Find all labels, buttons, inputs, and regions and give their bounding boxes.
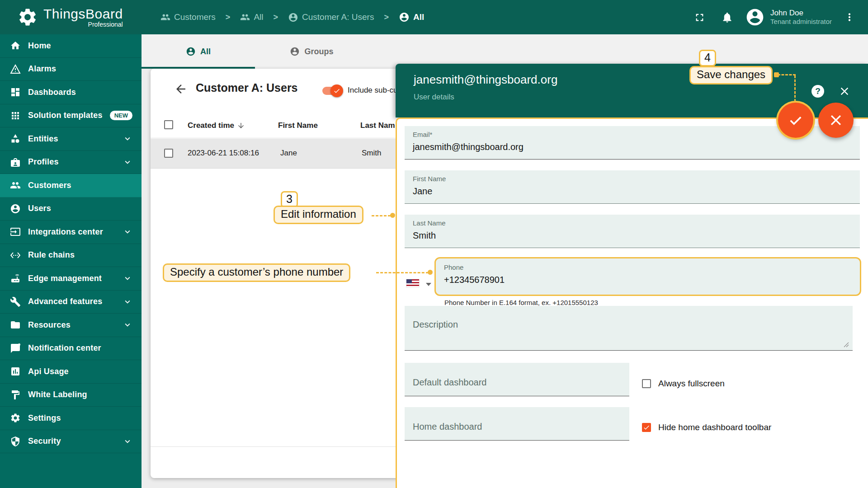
breadcrumb-all-users-current[interactable]: All xyxy=(399,12,424,23)
save-button[interactable] xyxy=(778,103,813,138)
person-icon xyxy=(10,203,21,214)
sidebar-item-profiles[interactable]: Profiles xyxy=(0,151,142,174)
person-icon xyxy=(186,47,196,56)
first-name-value: Jane xyxy=(413,186,853,197)
column-last-name[interactable]: Last Nam xyxy=(360,121,395,130)
sidebar-item-label: Security xyxy=(28,436,61,446)
cancel-button[interactable] xyxy=(818,103,854,138)
first-name-label: First Name xyxy=(413,175,853,183)
last-name-field[interactable]: Last Name Smith xyxy=(405,215,860,248)
sidebar-item-label: White Labeling xyxy=(28,390,87,399)
sidebar-item-solution-templates[interactable]: Solution templates NEW xyxy=(0,104,142,128)
home-icon xyxy=(10,40,21,51)
breadcrumb-separator: > xyxy=(271,13,281,22)
more-vert-icon[interactable] xyxy=(844,11,855,23)
column-label: Created time xyxy=(188,121,234,130)
annotation-connector-dot xyxy=(390,213,395,218)
topbar-actions: John Doe Tenant administrator xyxy=(693,7,868,27)
sidebar-item-edge-management[interactable]: Edge management xyxy=(0,267,142,291)
tab-label: All xyxy=(200,47,211,56)
person-icon xyxy=(399,12,410,23)
person-icon xyxy=(288,12,298,23)
breadcrumb-all-customers[interactable]: All xyxy=(240,12,263,22)
chart-icon xyxy=(10,366,21,377)
phone-field[interactable]: Phone +12345678901 xyxy=(434,257,861,296)
annotation-connector xyxy=(372,215,391,216)
default-dashboard-field[interactable]: Default dashboard xyxy=(405,363,629,396)
sidebar-item-notification-center[interactable]: Notification center xyxy=(0,337,142,361)
sidebar-item-advanced-features[interactable]: Advanced features xyxy=(0,291,142,314)
sidebar-item-alarms[interactable]: Alarms xyxy=(0,58,142,81)
select-all-checkbox[interactable] xyxy=(164,120,173,129)
resize-handle-icon[interactable] xyxy=(844,342,849,347)
annotation-step-4-label: Save changes xyxy=(689,66,773,84)
sidebar-item-api-usage[interactable]: Api Usage xyxy=(0,360,142,384)
breadcrumb-customers[interactable]: Customers xyxy=(160,12,216,22)
fullscreen-icon[interactable] xyxy=(693,11,706,23)
flag-canton xyxy=(406,279,412,283)
app-name: ThingsBoard xyxy=(43,6,123,22)
column-label: First Name xyxy=(278,121,318,130)
help-icon[interactable]: ? xyxy=(811,85,824,98)
default-dashboard-placeholder: Default dashboard xyxy=(413,377,622,388)
sidebar-item-label: Edge management xyxy=(28,274,102,283)
shield-icon xyxy=(10,436,21,447)
sidebar-item-security[interactable]: Security xyxy=(0,430,142,454)
close-icon[interactable] xyxy=(838,85,851,98)
us-flag-icon[interactable] xyxy=(406,279,419,287)
tab-all[interactable]: All xyxy=(142,34,255,69)
sidebar-item-label: Resources xyxy=(28,320,71,330)
chevron-down-icon xyxy=(123,157,132,167)
breadcrumb-label: All xyxy=(254,12,263,22)
sidebar-item-users[interactable]: Users xyxy=(0,197,142,221)
sidebar-item-resources[interactable]: Resources xyxy=(0,314,142,337)
sidebar-item-home[interactable]: Home xyxy=(0,34,142,58)
column-first-name[interactable]: First Name xyxy=(278,121,318,130)
sidebar-item-label: Solution templates xyxy=(28,111,103,120)
always-fullscreen-option: Always fullscreen xyxy=(642,379,725,389)
column-created-time[interactable]: Created time xyxy=(188,121,245,130)
hide-toolbar-label: Hide home dashboard toolbar xyxy=(658,422,771,432)
breadcrumb: Customers > All > Customer A: Users > Al… xyxy=(160,12,424,23)
hide-toolbar-checkbox[interactable] xyxy=(642,423,651,432)
cell-created-time: 2023-06-21 15:08:16 xyxy=(188,149,259,158)
sidebar-nav: Home Alarms Dashboards Solution template… xyxy=(0,34,142,488)
top-bar: ThingsBoard Professional Customers > All… xyxy=(0,0,868,34)
row-checkbox[interactable] xyxy=(164,149,173,158)
sidebar-item-label: Integrations center xyxy=(28,227,103,237)
country-select-arrow[interactable] xyxy=(426,283,431,286)
always-fullscreen-checkbox[interactable] xyxy=(642,379,651,388)
sidebar-item-label: Notification center xyxy=(28,343,101,353)
sidebar-item-entities[interactable]: Entities xyxy=(0,127,142,151)
home-dashboard-field[interactable]: Home dashboard xyxy=(405,407,629,441)
people-icon xyxy=(240,12,250,22)
user-role: Tenant administrator xyxy=(770,18,832,26)
tab-groups[interactable]: Groups xyxy=(255,34,368,69)
sidebar-item-rule-chains[interactable]: Rule chains xyxy=(0,244,142,267)
sidebar-item-customers[interactable]: Customers xyxy=(0,174,142,197)
phone-value: +12345678901 xyxy=(444,275,853,285)
sidebar-item-dashboards[interactable]: Dashboards xyxy=(0,81,142,104)
help-glyph: ? xyxy=(815,86,821,96)
breadcrumb-customer-a-users[interactable]: Customer A: Users xyxy=(288,12,374,23)
annotation-connector xyxy=(778,74,796,75)
check-icon xyxy=(333,87,340,94)
chevron-down-icon xyxy=(123,297,132,307)
ethernet-icon xyxy=(10,250,21,261)
user-avatar[interactable] xyxy=(745,7,765,27)
sidebar-item-label: Dashboards xyxy=(28,88,76,97)
breadcrumb-label: Customer A: Users xyxy=(302,12,374,22)
sidebar-item-integrations-center[interactable]: Integrations center xyxy=(0,221,142,244)
panel-subtitle: User details xyxy=(414,93,454,102)
annotation-connector-dot xyxy=(428,270,433,275)
app-edition: Professional xyxy=(43,21,123,28)
back-arrow-icon[interactable] xyxy=(174,82,188,96)
app-logo[interactable]: ThingsBoard Professional xyxy=(0,6,142,28)
sidebar-item-settings[interactable]: Settings xyxy=(0,407,142,430)
description-field[interactable]: Description xyxy=(405,306,853,351)
sidebar-item-white-labeling[interactable]: White Labeling xyxy=(0,384,142,407)
cell-last-name: Smith xyxy=(362,149,381,158)
include-sub-customers-toggle[interactable] xyxy=(322,87,341,95)
notifications-bell-icon[interactable] xyxy=(721,11,733,23)
first-name-field[interactable]: First Name Jane xyxy=(405,170,860,204)
